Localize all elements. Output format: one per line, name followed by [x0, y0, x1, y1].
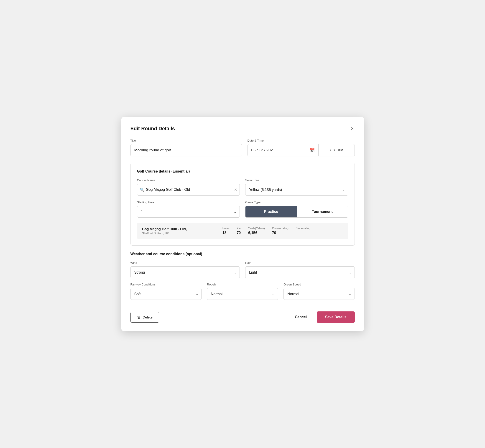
top-fields: Title Date & Time 05 / 12 / 2021 📅 7:31 …: [130, 139, 355, 156]
time-value: 7:31 AM: [329, 148, 343, 152]
course-name-group: Course Name 🔍 ✕: [137, 178, 240, 196]
course-stats: Holes 18 Par 70 Yards(Yellow) 6,156 Cour…: [222, 227, 343, 235]
game-type-label: Game Type: [245, 200, 348, 204]
weather-row2: Fairway Conditions SoftNormalHard ⌄ Roug…: [130, 283, 355, 300]
course-info-row: Gog Magog Golf Club - Old, Shelford Bott…: [137, 223, 348, 239]
title-label: Title: [130, 139, 242, 142]
wind-group: Wind NoneLightModerateStrongVery Strong …: [130, 261, 240, 278]
green-speed-group: Green Speed SlowNormalFastVery Fast ⌄: [283, 283, 355, 300]
rough-dropdown[interactable]: ShortNormalLong: [207, 288, 278, 300]
par-value: 70: [237, 231, 241, 235]
par-stat: Par 70: [237, 227, 241, 235]
datetime-group: 05 / 12 / 2021 📅 7:31 AM: [248, 144, 355, 156]
fairway-dropdown[interactable]: SoftNormalHard: [130, 288, 202, 300]
practice-button[interactable]: Practice: [245, 206, 297, 217]
holes-label: Holes: [222, 227, 229, 230]
green-speed-label: Green Speed: [283, 283, 355, 286]
rough-label: Rough: [207, 283, 278, 286]
golf-course-section: Golf Course details (Essential) Course N…: [130, 163, 355, 246]
course-tee-row: Course Name 🔍 ✕ Select Tee Yellow (6,156…: [137, 178, 348, 196]
wind-wrapper: NoneLightModerateStrongVery Strong ⌄: [130, 266, 240, 278]
clear-icon[interactable]: ✕: [234, 188, 237, 192]
rain-dropdown[interactable]: NoneLightModerateHeavy: [245, 266, 355, 278]
yards-value: 6,156: [248, 231, 265, 235]
holes-stat: Holes 18: [222, 227, 229, 235]
fairway-label: Fairway Conditions: [130, 283, 202, 286]
delete-button[interactable]: 🗑 Delete: [130, 312, 159, 323]
cancel-button[interactable]: Cancel: [290, 312, 311, 322]
yards-label: Yards(Yellow): [248, 227, 265, 230]
date-input[interactable]: 05 / 12 / 2021 📅: [248, 144, 318, 156]
rough-group: Rough ShortNormalLong ⌄: [207, 283, 278, 300]
trash-icon: 🗑: [137, 315, 140, 319]
modal-title: Edit Round Details: [130, 126, 175, 132]
select-tee-dropdown[interactable]: Yellow (6,156 yards) White Red Blue: [245, 184, 348, 196]
weather-section: Weather and course conditions (optional)…: [130, 252, 355, 300]
green-speed-wrapper: SlowNormalFastVery Fast ⌄: [283, 288, 355, 300]
search-icon: 🔍: [140, 188, 144, 192]
fairway-wrapper: SoftNormalHard ⌄: [130, 288, 202, 300]
wind-label: Wind: [130, 261, 240, 264]
select-tee-wrapper: Yellow (6,156 yards) White Red Blue ⌄: [245, 184, 348, 196]
holes-value: 18: [222, 231, 229, 235]
footer-row: 🗑 Delete Cancel Save Details: [130, 312, 355, 323]
golf-course-title: Golf Course details (Essential): [137, 169, 348, 174]
course-rating-label: Course rating: [272, 227, 289, 230]
rain-label: Rain: [245, 261, 355, 264]
game-type-group: Game Type Practice Tournament: [245, 200, 348, 218]
course-info-main: Gog Magog Golf Club - Old, Shelford Bott…: [142, 227, 222, 235]
rough-wrapper: ShortNormalLong ⌄: [207, 288, 278, 300]
fairway-group: Fairway Conditions SoftNormalHard ⌄: [130, 283, 202, 300]
par-label: Par: [237, 227, 241, 230]
save-button[interactable]: Save Details: [317, 312, 355, 323]
course-rating-value: 70: [272, 231, 289, 235]
slope-rating-value: -: [296, 231, 310, 235]
course-name-wrapper: 🔍 ✕: [137, 184, 240, 196]
starting-hole-label: Starting Hole: [137, 200, 240, 204]
datetime-field-group: Date & Time 05 / 12 / 2021 📅 7:31 AM: [248, 139, 355, 156]
slope-rating-stat: Slope rating -: [296, 227, 310, 235]
footer-right: Cancel Save Details: [290, 312, 355, 323]
date-value: 05 / 12 / 2021: [251, 148, 307, 152]
select-tee-label: Select Tee: [245, 178, 348, 182]
course-info-location: Shelford Bottom, UK: [142, 232, 222, 235]
edit-round-modal: Edit Round Details × Title Date & Time 0…: [121, 117, 364, 331]
time-input[interactable]: 7:31 AM: [318, 144, 355, 156]
course-name-label: Course Name: [137, 178, 240, 182]
rain-group: Rain NoneLightModerateHeavy ⌄: [245, 261, 355, 278]
yards-stat: Yards(Yellow) 6,156: [248, 227, 265, 235]
wind-dropdown[interactable]: NoneLightModerateStrongVery Strong: [130, 266, 240, 278]
title-field-group: Title: [130, 139, 242, 156]
rain-wrapper: NoneLightModerateHeavy ⌄: [245, 266, 355, 278]
calendar-icon: 📅: [310, 148, 315, 153]
datetime-label: Date & Time: [248, 139, 355, 142]
title-input[interactable]: [130, 144, 242, 156]
delete-label: Delete: [143, 315, 153, 319]
close-button[interactable]: ×: [350, 125, 355, 132]
starting-hole-group: Starting Hole 1234 5678 910 ⌄: [137, 200, 240, 218]
footer-divider: [121, 307, 364, 307]
course-rating-stat: Course rating 70: [272, 227, 289, 235]
game-type-toggle: Practice Tournament: [245, 206, 348, 218]
hole-gametype-row: Starting Hole 1234 5678 910 ⌄ Game Type …: [137, 200, 348, 218]
weather-section-title: Weather and course conditions (optional): [130, 252, 355, 256]
course-name-input[interactable]: [137, 184, 240, 196]
weather-row1: Wind NoneLightModerateStrongVery Strong …: [130, 261, 355, 278]
tournament-button[interactable]: Tournament: [297, 206, 348, 217]
modal-header: Edit Round Details ×: [130, 125, 355, 132]
select-tee-group: Select Tee Yellow (6,156 yards) White Re…: [245, 178, 348, 196]
slope-rating-label: Slope rating: [296, 227, 310, 230]
starting-hole-wrapper: 1234 5678 910 ⌄: [137, 206, 240, 218]
green-speed-dropdown[interactable]: SlowNormalFastVery Fast: [283, 288, 355, 300]
course-info-name: Gog Magog Golf Club - Old,: [142, 227, 222, 231]
starting-hole-dropdown[interactable]: 1234 5678 910: [137, 206, 240, 218]
